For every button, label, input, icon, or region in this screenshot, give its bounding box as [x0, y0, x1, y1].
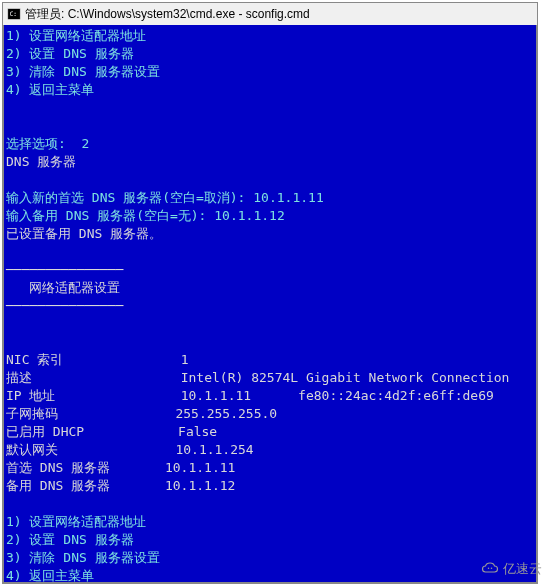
select-option-prompt: 选择选项: 2	[6, 136, 89, 151]
svg-point-2	[488, 568, 490, 570]
divider-top: ───────────────	[6, 262, 123, 277]
section-title: 网络适配器设置	[6, 280, 120, 295]
cloud-icon	[481, 560, 499, 578]
dhcp-row: 已启用 DHCP False	[6, 424, 217, 439]
desc-row: 描述 Intel(R) 82574L Gigabit Network Conne…	[6, 370, 509, 385]
console-output[interactable]: 1) 设置网络适配器地址 2) 设置 DNS 服务器 3) 清除 DNS 服务器…	[3, 25, 537, 583]
menu-item: 2) 设置 DNS 服务器	[6, 532, 134, 547]
primary-dns-prompt: 输入新的首选 DNS 服务器(空白=取消): 10.1.1.11	[6, 190, 324, 205]
menu-item: 3) 清除 DNS 服务器设置	[6, 550, 160, 565]
divider-bottom: ───────────────	[6, 298, 123, 313]
backup-dns-prompt: 输入备用 DNS 服务器(空白=无): 10.1.1.12	[6, 208, 285, 223]
gateway-row: 默认网关 10.1.1.254	[6, 442, 254, 457]
watermark-text: 亿速云	[503, 560, 542, 578]
pref-dns-row: 首选 DNS 服务器 10.1.1.11	[6, 460, 235, 475]
menu-item: 2) 设置 DNS 服务器	[6, 46, 134, 61]
dns-server-label: DNS 服务器	[6, 154, 76, 169]
ip-row: IP 地址 10.1.1.11 fe80::24ac:4d2f:e6ff:de6…	[6, 388, 494, 403]
window-titlebar[interactable]: C: 管理员: C:\Windows\system32\cmd.exe - sc…	[3, 3, 537, 25]
mask-row: 子网掩码 255.255.255.0	[6, 406, 277, 421]
svg-text:C:: C:	[10, 10, 17, 17]
nic-index-row: NIC 索引 1	[6, 352, 189, 367]
svg-point-3	[491, 568, 493, 570]
menu-item: 4) 返回主菜单	[6, 82, 94, 97]
window-title: 管理员: C:\Windows\system32\cmd.exe - sconf…	[25, 6, 310, 23]
backup-dns-row: 备用 DNS 服务器 10.1.1.12	[6, 478, 235, 493]
menu-item: 4) 返回主菜单	[6, 568, 94, 583]
watermark: 亿速云	[481, 560, 542, 578]
backup-dns-set: 已设置备用 DNS 服务器。	[6, 226, 162, 241]
menu-item: 3) 清除 DNS 服务器设置	[6, 64, 160, 79]
cmd-window: C: 管理员: C:\Windows\system32\cmd.exe - sc…	[2, 2, 538, 584]
cmd-icon: C:	[7, 7, 21, 21]
menu-item: 1) 设置网络适配器地址	[6, 28, 146, 43]
menu-item: 1) 设置网络适配器地址	[6, 514, 146, 529]
